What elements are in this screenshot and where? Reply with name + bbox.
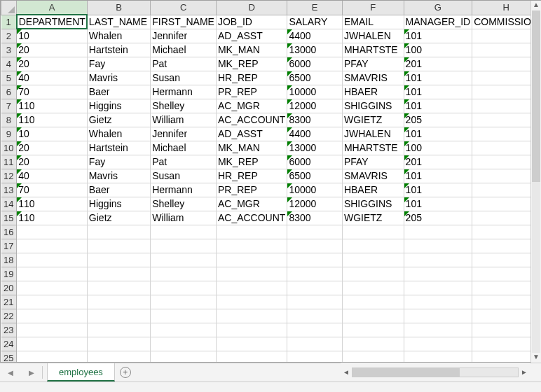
cell-C16[interactable] bbox=[151, 225, 217, 239]
row-header-19[interactable]: 19 bbox=[1, 267, 17, 281]
cell-B23[interactable] bbox=[87, 323, 150, 337]
cell-E20[interactable] bbox=[287, 281, 343, 295]
cell-A8[interactable]: 110 bbox=[17, 113, 88, 127]
cell-B24[interactable] bbox=[87, 337, 150, 351]
row-header-25[interactable]: 25 bbox=[1, 351, 17, 363]
cell-A5[interactable]: 40 bbox=[17, 71, 88, 85]
cell-A16[interactable] bbox=[17, 225, 88, 239]
cell-D8[interactable]: AC_ACCOUNT bbox=[216, 113, 287, 127]
cell-F5[interactable]: SMAVRIS bbox=[342, 71, 404, 85]
cell-A21[interactable] bbox=[17, 295, 88, 309]
cell-E15[interactable]: 8300 bbox=[287, 211, 343, 225]
cell-H5[interactable] bbox=[472, 71, 540, 85]
cell-H20[interactable] bbox=[472, 281, 540, 295]
cell-G11[interactable]: 201 bbox=[404, 155, 472, 169]
cell-E13[interactable]: 10000 bbox=[287, 183, 343, 197]
cell-B15[interactable]: Gietz bbox=[87, 211, 150, 225]
cell-E21[interactable] bbox=[287, 295, 343, 309]
cell-C9[interactable]: Jennifer bbox=[151, 127, 217, 141]
cell-F9[interactable]: JWHALEN bbox=[342, 127, 404, 141]
cell-A18[interactable] bbox=[17, 253, 88, 267]
cell-F2[interactable]: JWHALEN bbox=[342, 29, 404, 43]
row-header-13[interactable]: 13 bbox=[1, 183, 17, 197]
cell-F1[interactable]: EMAIL bbox=[342, 15, 404, 29]
cell-D24[interactable] bbox=[216, 337, 287, 351]
cell-D15[interactable]: AC_ACCOUNT bbox=[216, 211, 287, 225]
row-header-7[interactable]: 7 bbox=[1, 99, 17, 113]
cell-H19[interactable] bbox=[472, 267, 540, 281]
column-header-H[interactable]: H bbox=[472, 1, 540, 15]
cell-F17[interactable] bbox=[342, 239, 404, 253]
cell-B13[interactable]: Baer bbox=[87, 183, 150, 197]
cell-G1[interactable]: MANAGER_ID bbox=[404, 15, 472, 29]
cell-G23[interactable] bbox=[404, 323, 472, 337]
cell-A24[interactable] bbox=[17, 337, 88, 351]
row-header-4[interactable]: 4 bbox=[1, 57, 17, 71]
cell-A23[interactable] bbox=[17, 323, 88, 337]
sheet-tab-employees[interactable]: employees bbox=[47, 363, 115, 382]
cell-C3[interactable]: Michael bbox=[151, 43, 217, 57]
cell-H16[interactable] bbox=[472, 225, 540, 239]
row-header-16[interactable]: 16 bbox=[1, 225, 17, 239]
cell-G16[interactable] bbox=[404, 225, 472, 239]
cell-B5[interactable]: Mavris bbox=[87, 71, 150, 85]
cell-A11[interactable]: 20 bbox=[17, 155, 88, 169]
row-header-17[interactable]: 17 bbox=[1, 239, 17, 253]
cell-H1[interactable]: COMMISSION bbox=[472, 15, 540, 29]
cell-H11[interactable] bbox=[472, 155, 540, 169]
cell-C13[interactable]: Hermann bbox=[151, 183, 217, 197]
cell-B17[interactable] bbox=[87, 239, 150, 253]
row-header-1[interactable]: 1 bbox=[1, 15, 17, 29]
row-header-6[interactable]: 6 bbox=[1, 85, 17, 99]
cell-D4[interactable]: MK_REP bbox=[216, 57, 287, 71]
cell-G25[interactable] bbox=[404, 351, 472, 363]
cell-F14[interactable]: SHIGGINS bbox=[342, 197, 404, 211]
column-header-E[interactable]: E bbox=[287, 1, 343, 15]
scroll-up-arrow[interactable]: ▲ bbox=[531, 1, 541, 10]
row-header-21[interactable]: 21 bbox=[1, 295, 17, 309]
row-header-22[interactable]: 22 bbox=[1, 309, 17, 323]
cell-E17[interactable] bbox=[287, 239, 343, 253]
cell-H18[interactable] bbox=[472, 253, 540, 267]
cell-D17[interactable] bbox=[216, 239, 287, 253]
cell-G14[interactable]: 101 bbox=[404, 197, 472, 211]
cell-C6[interactable]: Hermann bbox=[151, 85, 217, 99]
cell-B7[interactable]: Higgins bbox=[87, 99, 150, 113]
cell-C5[interactable]: Susan bbox=[151, 71, 217, 85]
cell-E6[interactable]: 10000 bbox=[287, 85, 343, 99]
cell-G13[interactable]: 101 bbox=[404, 183, 472, 197]
cell-G20[interactable] bbox=[404, 281, 472, 295]
cell-B21[interactable] bbox=[87, 295, 150, 309]
cell-C21[interactable] bbox=[151, 295, 217, 309]
cell-H8[interactable] bbox=[472, 113, 540, 127]
cell-H2[interactable] bbox=[472, 29, 540, 43]
cell-D18[interactable] bbox=[216, 253, 287, 267]
cell-E10[interactable]: 13000 bbox=[287, 141, 343, 155]
cell-B14[interactable]: Higgins bbox=[87, 197, 150, 211]
column-header-A[interactable]: A bbox=[17, 1, 88, 15]
cell-F15[interactable]: WGIETZ bbox=[342, 211, 404, 225]
cell-D6[interactable]: PR_REP bbox=[216, 85, 287, 99]
cell-H9[interactable] bbox=[472, 127, 540, 141]
cell-B12[interactable]: Mavris bbox=[87, 169, 150, 183]
cell-F4[interactable]: PFAY bbox=[342, 57, 404, 71]
cell-G10[interactable]: 100 bbox=[404, 141, 472, 155]
cell-E5[interactable]: 6500 bbox=[287, 71, 343, 85]
cell-H13[interactable] bbox=[472, 183, 540, 197]
scroll-down-arrow[interactable]: ▼ bbox=[531, 353, 541, 363]
cell-A22[interactable] bbox=[17, 309, 88, 323]
cell-B22[interactable] bbox=[87, 309, 150, 323]
cell-C15[interactable]: William bbox=[151, 211, 217, 225]
cell-D16[interactable] bbox=[216, 225, 287, 239]
cell-C14[interactable]: Shelley bbox=[151, 197, 217, 211]
cell-D22[interactable] bbox=[216, 309, 287, 323]
cell-F7[interactable]: SHIGGINS bbox=[342, 99, 404, 113]
row-header-15[interactable]: 15 bbox=[1, 211, 17, 225]
cell-E9[interactable]: 4400 bbox=[287, 127, 343, 141]
cell-B11[interactable]: Fay bbox=[87, 155, 150, 169]
cell-C2[interactable]: Jennifer bbox=[151, 29, 217, 43]
vertical-scrollbar[interactable]: ▲ ▼ bbox=[530, 1, 541, 363]
cell-E1[interactable]: SALARY bbox=[287, 15, 343, 29]
row-header-23[interactable]: 23 bbox=[1, 323, 17, 337]
cell-A19[interactable] bbox=[17, 267, 88, 281]
